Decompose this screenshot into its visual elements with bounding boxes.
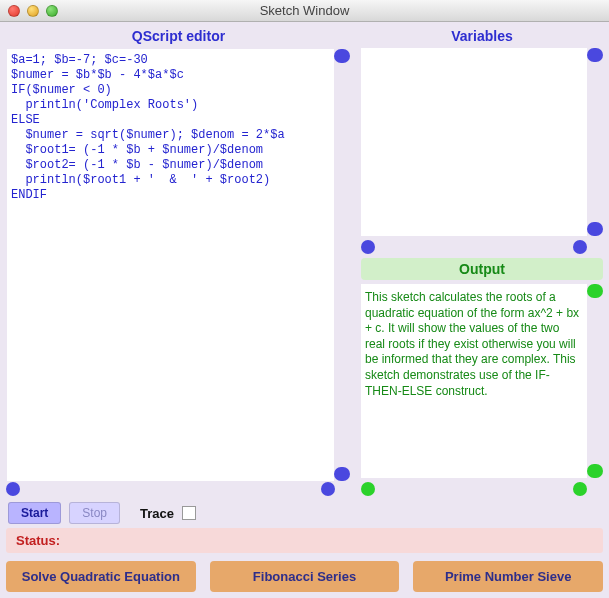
output-h-scrollbar[interactable] (361, 482, 587, 496)
status-bar: Status: (6, 528, 603, 553)
editor-h-scrollbar[interactable] (6, 482, 335, 496)
fibonacci-button[interactable]: Fibonacci Series (210, 561, 400, 592)
variables-pane[interactable] (361, 48, 587, 236)
output-pane: This sketch calculates the roots of a qu… (361, 284, 587, 478)
status-label: Status: (16, 533, 60, 548)
window-title: Sketch Window (0, 3, 609, 18)
output-title: Output (361, 258, 603, 280)
trace-checkbox[interactable] (182, 506, 196, 520)
editor-pane[interactable]: $a=1; $b=-7; $c=-30 $numer = $b*$b - 4*$… (7, 49, 334, 481)
stop-button[interactable]: Stop (69, 502, 120, 524)
output-v-scrollbar[interactable] (587, 284, 603, 478)
solve-quadratic-button[interactable]: Solve Quadratic Equation (6, 561, 196, 592)
trace-label: Trace (140, 506, 174, 521)
variables-title: Variables (361, 26, 603, 48)
variables-v-scrollbar[interactable] (587, 48, 603, 236)
editor-v-scrollbar[interactable] (334, 49, 350, 481)
editor-title: QScript editor (6, 26, 351, 48)
editor-code[interactable]: $a=1; $b=-7; $c=-30 $numer = $b*$b - 4*$… (7, 49, 334, 207)
close-icon[interactable] (8, 5, 20, 17)
variables-h-scrollbar[interactable] (361, 240, 587, 254)
zoom-icon[interactable] (46, 5, 58, 17)
minimize-icon[interactable] (27, 5, 39, 17)
start-button[interactable]: Start (8, 502, 61, 524)
variables-text (361, 48, 587, 56)
window-titlebar: Sketch Window (0, 0, 609, 22)
prime-sieve-button[interactable]: Prime Number Sieve (413, 561, 603, 592)
output-text: This sketch calculates the roots of a qu… (361, 284, 587, 405)
